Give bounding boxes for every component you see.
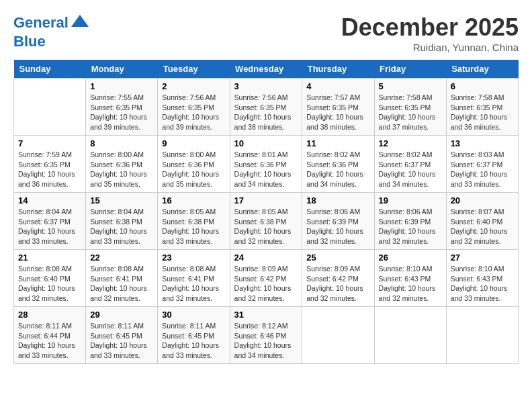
- calendar-cell: [446, 307, 518, 364]
- weekday-header: Friday: [374, 60, 446, 79]
- daylight-hours: Daylight: 10 hours and 33 minutes.: [162, 227, 219, 245]
- day-number: 5: [379, 81, 442, 91]
- day-info: Sunrise: 8:06 AM Sunset: 6:39 PM Dayligh…: [306, 207, 369, 246]
- daylight-hours: Daylight: 10 hours and 35 minutes.: [162, 170, 219, 188]
- sunrise-time: Sunrise: 8:11 AM: [90, 322, 144, 330]
- day-info: Sunrise: 8:07 AM Sunset: 6:40 PM Dayligh…: [451, 207, 514, 246]
- sunset-time: Sunset: 6:37 PM: [379, 161, 431, 169]
- daylight-hours: Daylight: 10 hours and 32 minutes.: [379, 284, 436, 302]
- sunset-time: Sunset: 6:35 PM: [451, 103, 503, 111]
- calendar-cell: 22 Sunrise: 8:08 AM Sunset: 6:41 PM Dayl…: [86, 250, 158, 307]
- daylight-hours: Daylight: 10 hours and 33 minutes.: [451, 284, 508, 302]
- svg-marker-0: [71, 15, 89, 27]
- calendar-cell: 20 Sunrise: 8:07 AM Sunset: 6:40 PM Dayl…: [446, 193, 518, 250]
- daylight-hours: Daylight: 10 hours and 33 minutes.: [18, 341, 75, 359]
- calendar-cell: 29 Sunrise: 8:11 AM Sunset: 6:45 PM Dayl…: [86, 307, 158, 364]
- sunset-time: Sunset: 6:36 PM: [234, 161, 287, 169]
- weekday-header: Monday: [86, 60, 158, 79]
- day-number: 3: [234, 81, 298, 91]
- calendar-week-row: 21 Sunrise: 8:08 AM Sunset: 6:40 PM Dayl…: [14, 250, 519, 307]
- daylight-hours: Daylight: 10 hours and 34 minutes.: [234, 170, 292, 188]
- day-info: Sunrise: 7:55 AM Sunset: 6:35 PM Dayligh…: [90, 93, 153, 132]
- page-header: General Blue December 2025 Ruidian, Yunn…: [13, 13, 519, 53]
- calendar-cell: 3 Sunrise: 7:56 AM Sunset: 6:35 PM Dayli…: [230, 79, 302, 136]
- sunrise-time: Sunrise: 8:01 AM: [234, 150, 288, 158]
- day-info: Sunrise: 7:57 AM Sunset: 6:35 PM Dayligh…: [306, 93, 369, 132]
- day-number: 4: [306, 81, 369, 91]
- daylight-hours: Daylight: 10 hours and 32 minutes.: [90, 284, 147, 302]
- daylight-hours: Daylight: 10 hours and 32 minutes.: [306, 227, 363, 245]
- calendar-cell: 25 Sunrise: 8:09 AM Sunset: 6:42 PM Dayl…: [302, 250, 374, 307]
- calendar-cell: 13 Sunrise: 8:03 AM Sunset: 6:37 PM Dayl…: [446, 136, 518, 193]
- calendar-week-row: 28 Sunrise: 8:11 AM Sunset: 6:44 PM Dayl…: [14, 307, 519, 364]
- sunrise-time: Sunrise: 7:59 AM: [18, 150, 72, 158]
- sunrise-time: Sunrise: 8:12 AM: [234, 322, 288, 330]
- day-info: Sunrise: 7:58 AM Sunset: 6:35 PM Dayligh…: [451, 93, 514, 132]
- sunrise-time: Sunrise: 8:04 AM: [90, 208, 144, 216]
- sunset-time: Sunset: 6:43 PM: [379, 275, 431, 283]
- calendar-cell: 17 Sunrise: 8:05 AM Sunset: 6:38 PM Dayl…: [230, 193, 302, 250]
- calendar-cell: 16 Sunrise: 8:05 AM Sunset: 6:38 PM Dayl…: [158, 193, 230, 250]
- daylight-hours: Daylight: 10 hours and 32 minutes.: [162, 284, 219, 302]
- day-number: 8: [90, 138, 153, 148]
- sunset-time: Sunset: 6:45 PM: [90, 332, 142, 340]
- calendar-cell: 14 Sunrise: 8:04 AM Sunset: 6:37 PM Dayl…: [14, 193, 86, 250]
- daylight-hours: Daylight: 10 hours and 32 minutes.: [234, 284, 292, 302]
- sunrise-time: Sunrise: 8:09 AM: [234, 265, 288, 273]
- sunrise-time: Sunrise: 8:04 AM: [18, 208, 72, 216]
- daylight-hours: Daylight: 10 hours and 34 minutes.: [234, 341, 292, 359]
- sunset-time: Sunset: 6:38 PM: [234, 218, 287, 226]
- calendar-cell: 9 Sunrise: 8:00 AM Sunset: 6:36 PM Dayli…: [158, 136, 230, 193]
- sunrise-time: Sunrise: 7:55 AM: [90, 93, 144, 101]
- calendar-cell: 21 Sunrise: 8:08 AM Sunset: 6:40 PM Dayl…: [14, 250, 86, 307]
- sunrise-time: Sunrise: 8:08 AM: [18, 265, 72, 273]
- day-number: 17: [234, 195, 298, 205]
- calendar-cell: 19 Sunrise: 8:06 AM Sunset: 6:39 PM Dayl…: [374, 193, 446, 250]
- daylight-hours: Daylight: 10 hours and 36 minutes.: [451, 113, 508, 131]
- sunrise-time: Sunrise: 8:02 AM: [379, 150, 433, 158]
- daylight-hours: Daylight: 10 hours and 39 minutes.: [90, 113, 147, 131]
- sunrise-time: Sunrise: 8:00 AM: [162, 150, 216, 158]
- calendar-week-row: 1 Sunrise: 7:55 AM Sunset: 6:35 PM Dayli…: [14, 79, 519, 136]
- calendar-cell: 27 Sunrise: 8:10 AM Sunset: 6:43 PM Dayl…: [446, 250, 518, 307]
- location-subtitle: Ruidian, Yunnan, China: [341, 42, 519, 53]
- day-info: Sunrise: 8:08 AM Sunset: 6:41 PM Dayligh…: [162, 264, 225, 304]
- calendar-week-row: 14 Sunrise: 8:04 AM Sunset: 6:37 PM Dayl…: [14, 193, 519, 250]
- day-info: Sunrise: 8:11 AM Sunset: 6:45 PM Dayligh…: [90, 321, 153, 361]
- sunrise-time: Sunrise: 8:07 AM: [451, 208, 504, 216]
- day-info: Sunrise: 8:01 AM Sunset: 6:36 PM Dayligh…: [234, 150, 298, 189]
- daylight-hours: Daylight: 10 hours and 33 minutes.: [18, 227, 75, 245]
- sunrise-time: Sunrise: 8:05 AM: [234, 208, 288, 216]
- day-number: 6: [451, 81, 514, 91]
- calendar-cell: 23 Sunrise: 8:08 AM Sunset: 6:41 PM Dayl…: [158, 250, 230, 307]
- sunset-time: Sunset: 6:35 PM: [18, 161, 71, 169]
- sunset-time: Sunset: 6:37 PM: [18, 218, 71, 226]
- daylight-hours: Daylight: 10 hours and 33 minutes.: [90, 227, 147, 245]
- daylight-hours: Daylight: 10 hours and 34 minutes.: [306, 170, 363, 188]
- daylight-hours: Daylight: 10 hours and 34 minutes.: [379, 170, 436, 188]
- logo-text: General Blue: [13, 13, 90, 50]
- calendar-cell: 31 Sunrise: 8:12 AM Sunset: 6:46 PM Dayl…: [230, 307, 302, 364]
- day-info: Sunrise: 8:09 AM Sunset: 6:42 PM Dayligh…: [306, 264, 369, 304]
- month-title: December 2025: [341, 13, 519, 42]
- day-number: 28: [18, 310, 81, 320]
- day-info: Sunrise: 8:04 AM Sunset: 6:38 PM Dayligh…: [90, 207, 153, 246]
- sunset-time: Sunset: 6:36 PM: [90, 161, 142, 169]
- day-info: Sunrise: 8:02 AM Sunset: 6:37 PM Dayligh…: [379, 150, 442, 189]
- day-number: 22: [90, 253, 153, 263]
- day-info: Sunrise: 8:09 AM Sunset: 6:42 PM Dayligh…: [234, 264, 298, 304]
- sunrise-time: Sunrise: 7:58 AM: [379, 93, 433, 101]
- day-number: 29: [90, 310, 153, 320]
- sunrise-time: Sunrise: 7:56 AM: [234, 93, 288, 101]
- daylight-hours: Daylight: 10 hours and 32 minutes.: [234, 227, 292, 245]
- day-number: 9: [162, 138, 225, 148]
- day-info: Sunrise: 7:56 AM Sunset: 6:35 PM Dayligh…: [234, 93, 298, 132]
- calendar-cell: 4 Sunrise: 7:57 AM Sunset: 6:35 PM Dayli…: [302, 79, 374, 136]
- day-number: 21: [18, 253, 81, 263]
- day-number: 23: [162, 253, 225, 263]
- daylight-hours: Daylight: 10 hours and 32 minutes.: [451, 227, 508, 245]
- sunset-time: Sunset: 6:39 PM: [379, 218, 431, 226]
- sunrise-time: Sunrise: 8:05 AM: [162, 208, 216, 216]
- sunrise-time: Sunrise: 8:11 AM: [162, 322, 216, 330]
- calendar-cell: 26 Sunrise: 8:10 AM Sunset: 6:43 PM Dayl…: [374, 250, 446, 307]
